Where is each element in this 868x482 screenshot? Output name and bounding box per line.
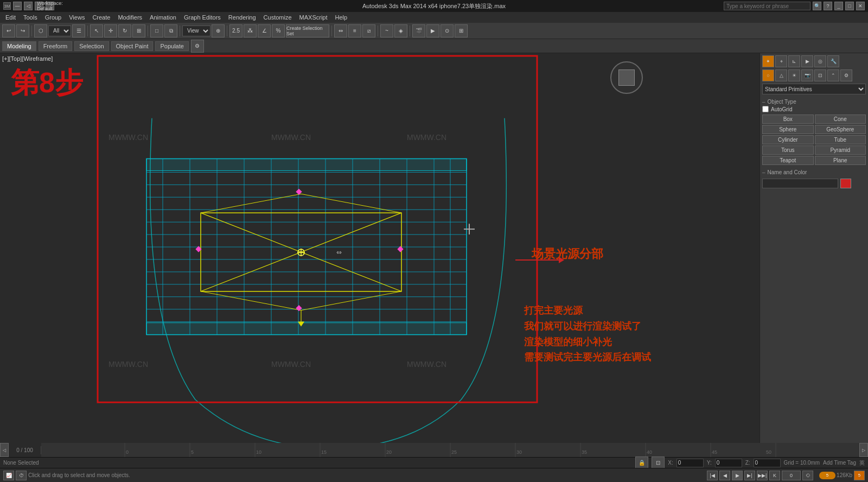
shapes-sub-icon[interactable]: △ bbox=[775, 69, 787, 81]
teapot-btn[interactable]: Teapot bbox=[762, 156, 814, 165]
undo-btn[interactable]: ↩ bbox=[2, 24, 15, 37]
active-shade[interactable]: ⊙ bbox=[441, 24, 454, 37]
display-panel-icon[interactable]: ◎ bbox=[814, 55, 826, 67]
menu-modifiers[interactable]: Modifiers bbox=[114, 12, 145, 23]
search-input[interactable] bbox=[724, 2, 810, 10]
coord-type-btn[interactable]: ⊡ bbox=[652, 456, 665, 470]
help-btn[interactable]: ? bbox=[824, 2, 832, 10]
select-tool[interactable]: ↖ bbox=[90, 24, 103, 37]
sphere-btn[interactable]: Sphere bbox=[762, 125, 814, 134]
render-setup[interactable]: 🎬 bbox=[412, 24, 425, 37]
layers-btn[interactable]: ⧄ bbox=[362, 24, 375, 37]
key-mode-btn[interactable]: K bbox=[769, 471, 780, 480]
move-tool[interactable]: ✛ bbox=[104, 24, 117, 37]
redo-btn[interactable]: ↪ bbox=[16, 24, 29, 37]
timeline-track[interactable]: 0 5 10 15 20 25 30 35 40 45 50 bbox=[41, 443, 859, 457]
pivot-btn[interactable]: ⊕ bbox=[212, 24, 225, 37]
menu-create[interactable]: Create bbox=[89, 12, 113, 23]
window-min-btn[interactable]: _ bbox=[834, 2, 843, 10]
timeline-shrink[interactable]: ▷ bbox=[859, 443, 868, 457]
menu-edit[interactable]: Edit bbox=[2, 12, 19, 23]
play-btn[interactable]: ▶ bbox=[732, 471, 743, 480]
geosphere-btn[interactable]: GeoSphere bbox=[815, 125, 866, 134]
prev-frame-btn[interactable]: ◀ bbox=[719, 471, 730, 480]
go-end-btn[interactable]: ▶▶| bbox=[757, 471, 768, 480]
create-sel[interactable]: Create Selection Set bbox=[286, 24, 329, 37]
object-name-input[interactable] bbox=[762, 179, 838, 188]
cameras-sub-icon[interactable]: 📷 bbox=[801, 69, 813, 81]
create-panel-icon[interactable]: ✦ bbox=[762, 55, 774, 67]
modify-panel-icon[interactable]: ⌖ bbox=[775, 55, 787, 67]
standard-primitives-dropdown[interactable]: Standard Primitives bbox=[762, 84, 866, 94]
angle-btn[interactable]: ∠ bbox=[258, 24, 271, 37]
helpers-sub-icon[interactable]: ⊡ bbox=[814, 69, 826, 81]
box-select[interactable]: □ bbox=[150, 24, 163, 37]
search-icon[interactable]: 🔍 bbox=[813, 2, 821, 10]
y-input[interactable] bbox=[715, 459, 742, 467]
plane-btn[interactable]: Plane bbox=[815, 156, 866, 165]
percent-btn[interactable]: 2.5 bbox=[229, 24, 242, 37]
menu-group[interactable]: Group bbox=[42, 12, 65, 23]
graph-btn[interactable]: ◈ bbox=[394, 24, 407, 37]
menu-views[interactable]: Views bbox=[66, 12, 88, 23]
autogrid-checkbox[interactable] bbox=[762, 106, 769, 112]
spacewarps-sub-icon[interactable]: ⌃ bbox=[827, 69, 839, 81]
populate-extra[interactable]: ⚙ bbox=[191, 40, 204, 53]
align-btn[interactable]: ≡ bbox=[348, 24, 361, 37]
menu-customize[interactable]: Customize bbox=[260, 12, 295, 23]
workspace-dropdown[interactable]: Workspace: Default bbox=[46, 2, 54, 10]
rotate-tool[interactable]: ↻ bbox=[118, 24, 131, 37]
menu-help[interactable]: Help bbox=[332, 12, 351, 23]
pct-snap[interactable]: % bbox=[272, 24, 285, 37]
x-input[interactable] bbox=[676, 459, 704, 467]
cylinder-btn[interactable]: Cylinder bbox=[762, 135, 814, 144]
snaps-btn[interactable]: ⁂ bbox=[244, 24, 257, 37]
next-frame-btn[interactable]: ▶| bbox=[744, 471, 755, 480]
mirror-btn[interactable]: ⇔ bbox=[334, 24, 347, 37]
geometry-sub-icon[interactable]: ○ bbox=[762, 69, 774, 81]
filter-btn[interactable]: ☰ bbox=[72, 24, 85, 37]
tab-object-paint[interactable]: Object Paint bbox=[111, 41, 154, 51]
hierarchy-panel-icon[interactable]: ⊾ bbox=[788, 55, 800, 67]
back-btn[interactable]: ◁ bbox=[24, 2, 33, 10]
systems-sub-icon[interactable]: ⚙ bbox=[840, 69, 852, 81]
mini-curve-btn[interactable]: 📈 bbox=[3, 471, 14, 480]
scale-tool[interactable]: ⊞ bbox=[132, 24, 145, 37]
tab-freeform[interactable]: Freeform bbox=[39, 41, 73, 51]
mini-time-btn[interactable]: ⏱ bbox=[16, 471, 27, 480]
render-btn[interactable]: ▶ bbox=[426, 24, 439, 37]
viewport[interactable]: ⇔ MWMW.CN MWMW.CN MWMW.CN MWMW.CN MWMW.C… bbox=[0, 53, 760, 443]
color-swatch[interactable] bbox=[840, 179, 851, 188]
minimize-btn[interactable]: — bbox=[13, 2, 22, 10]
viewport-gizmo[interactable] bbox=[610, 61, 643, 94]
utilities-panel-icon[interactable]: 🔧 bbox=[827, 55, 839, 67]
tab-populate[interactable]: Populate bbox=[155, 41, 188, 51]
time-config-btn[interactable]: ⏲ bbox=[802, 471, 813, 480]
window-cross[interactable]: ⧉ bbox=[164, 24, 177, 37]
view-dropdown[interactable]: View bbox=[182, 26, 210, 36]
go-start-btn[interactable]: |◀ bbox=[707, 471, 718, 480]
all-dropdown[interactable]: All bbox=[48, 26, 71, 36]
curve-btn[interactable]: ~ bbox=[380, 24, 393, 37]
tab-modeling[interactable]: Modeling bbox=[2, 41, 36, 51]
render-frame[interactable]: ⊞ bbox=[455, 24, 468, 37]
lock-selection-btn[interactable]: 🔒 bbox=[635, 456, 648, 470]
timeline-expand[interactable]: ◁ bbox=[0, 443, 9, 457]
tube-btn[interactable]: Tube bbox=[815, 135, 866, 144]
tab-selection[interactable]: Selection bbox=[74, 41, 108, 51]
select-btn[interactable]: ⬡ bbox=[34, 24, 47, 37]
frame-input[interactable]: 0 bbox=[782, 471, 801, 480]
lights-sub-icon[interactable]: ☀ bbox=[788, 69, 800, 81]
menu-maxscript[interactable]: MAXScript bbox=[296, 12, 331, 23]
menu-rendering[interactable]: Rendering bbox=[225, 12, 259, 23]
menu-animation[interactable]: Animation bbox=[146, 12, 180, 23]
menu-tools[interactable]: Tools bbox=[20, 12, 41, 23]
window-close-btn[interactable]: ✕ bbox=[856, 2, 865, 10]
pyramid-btn[interactable]: Pyramid bbox=[815, 145, 866, 155]
max-indicator[interactable]: 5 bbox=[854, 471, 865, 480]
motion-panel-icon[interactable]: ▶ bbox=[801, 55, 813, 67]
window-max-btn[interactable]: □ bbox=[845, 2, 854, 10]
cone-btn[interactable]: Cone bbox=[815, 115, 866, 124]
box-btn[interactable]: Box bbox=[762, 115, 814, 124]
torus-btn[interactable]: Torus bbox=[762, 145, 814, 155]
